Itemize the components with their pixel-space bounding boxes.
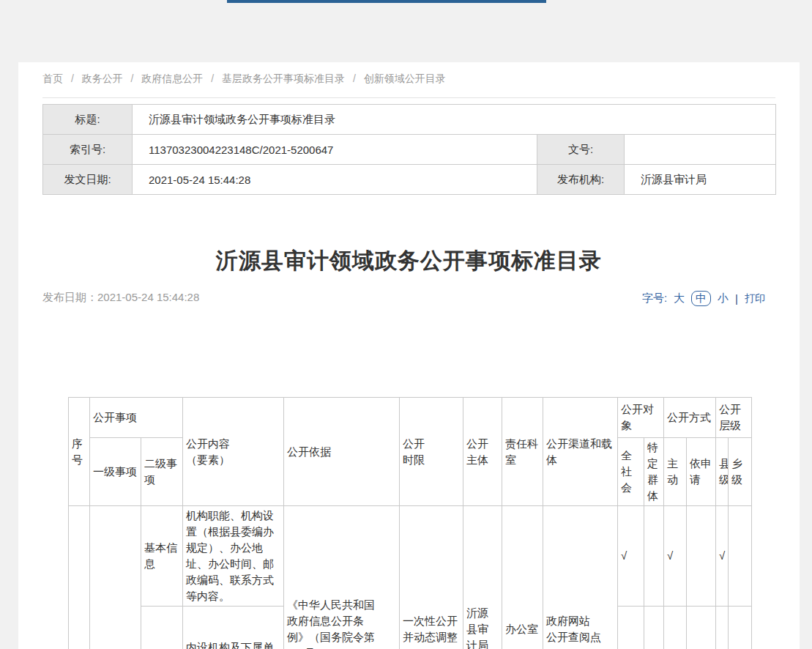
top-nav-highlight-bar	[227, 0, 546, 3]
table-row: 发文日期: 2021-05-24 15:44:28 发布机构: 沂源县审计局	[43, 165, 776, 195]
header-gongkai-shixiang: 公开事项	[90, 398, 183, 438]
meta-title-value: 沂源县审计领域政务公开事项标准目录	[133, 105, 776, 135]
header-erji: 二级事项	[141, 438, 183, 506]
header-yiju: 公开依据	[284, 398, 400, 506]
header-qudao: 公开渠道和载体	[543, 398, 618, 506]
breadcrumb-separator: /	[131, 73, 134, 84]
breadcrumb-biaozhun[interactable]: 基层政务公开事项标准目录	[222, 73, 345, 84]
header-keshi: 责任科室	[502, 398, 543, 506]
cell-neirong: 内设机构及下属单位设置、职能、办公地址、办公时间、联系方式、负责人姓名等内容	[183, 607, 284, 649]
header-fangshi: 公开方式	[664, 398, 716, 438]
print-button[interactable]: 打印	[745, 292, 765, 305]
cell-check-xianji: √	[716, 607, 729, 649]
font-size-controls: 字号: 大 中 小 | 打印	[642, 291, 765, 306]
header-quanshehui: 全社会	[618, 438, 644, 506]
publish-row: 发布日期：2021-05-24 15:44:28 字号: 大 中 小 | 打印	[42, 291, 765, 308]
meta-index-value: 11370323004223148C/2021-5200647	[133, 135, 537, 165]
header-cengji: 公开层级	[716, 398, 752, 438]
meta-agency-value: 沂源县审计局	[625, 165, 776, 195]
cell-yiji	[90, 506, 141, 649]
breadcrumb-chuangxin[interactable]: 创新领域公开目录	[364, 73, 446, 84]
meta-date-label: 发文日期:	[43, 165, 133, 195]
cell-neirong: 机构职能、机构设置（根据县委编办规定）、办公地址、办公时间、邮政编码、联系方式等…	[183, 506, 284, 607]
cell-check-xiangji	[729, 506, 752, 607]
divider: |	[735, 292, 738, 305]
header-shixian: 公开 时限	[400, 398, 463, 506]
table-row: 索引号: 11370323004223148C/2021-5200647 文号:	[43, 135, 776, 165]
font-size-large-button[interactable]: 大	[674, 292, 685, 305]
cell-qudao: 政府网站 公开查阅点	[543, 506, 618, 649]
publish-date-label: 发布日期：	[42, 291, 97, 303]
meta-docnum-label: 文号:	[537, 135, 625, 165]
breadcrumb-separator: /	[71, 73, 74, 84]
meta-docnum-value	[625, 135, 776, 165]
header-neirong: 公开内容 （要素）	[183, 398, 284, 506]
header-duixiang: 公开对象	[618, 398, 664, 438]
table-row: 基本信息 机构职能、机构设置（根据县委编办规定）、办公地址、办公时间、邮政编码、…	[69, 506, 752, 607]
header-yishenqing: 依申请	[687, 438, 716, 506]
publish-date: 发布日期：2021-05-24 15:44:28	[42, 291, 199, 305]
cell-check-zhudong: √	[664, 506, 687, 607]
header-zhudong: 主动	[664, 438, 687, 506]
breadcrumb-separator: /	[353, 73, 356, 84]
meta-title-label: 标题:	[43, 105, 133, 135]
meta-date-value: 2021-05-24 15:44:28	[133, 165, 537, 195]
cell-erji: 基本信息	[141, 506, 183, 607]
cell-xuhao	[69, 506, 90, 649]
breadcrumb-xinxi[interactable]: 政府信息公开	[141, 73, 203, 84]
page: 首页 / 政务公开 / 政府信息公开 / 基层政务公开事项标准目录 / 创新领域…	[0, 0, 812, 649]
cell-check-teding	[644, 506, 664, 607]
catalog-table: 序号 公开事项 公开内容 （要素） 公开依据 公开 时限 公开 主体 责任科室 …	[68, 397, 752, 649]
cell-yiju: 《中华人民共和国 政府信息公开条 例》（国务院令第 711号）	[284, 506, 400, 649]
breadcrumb-zhengwu[interactable]: 政务公开	[82, 73, 123, 84]
header-xianji: 县级	[716, 438, 729, 506]
cell-shixian: 一次性公开并动态调整	[400, 506, 463, 649]
breadcrumb: 首页 / 政务公开 / 政府信息公开 / 基层政务公开事项标准目录 / 创新领域…	[42, 73, 775, 98]
document-meta-table: 标题: 沂源县审计领域政务公开事项标准目录 索引号: 1137032300422…	[42, 104, 776, 195]
header-teding: 特定群体	[644, 438, 664, 506]
font-size-small-button[interactable]: 小	[718, 292, 729, 305]
cell-check-xiangji	[729, 607, 752, 649]
table-header-row: 序号 公开事项 公开内容 （要素） 公开依据 公开 时限 公开 主体 责任科室 …	[69, 398, 752, 438]
breadcrumb-separator: /	[211, 73, 214, 84]
page-title: 沂源县审计领域政务公开事项标准目录	[18, 246, 800, 276]
cell-erji: 内设机构及下属事业单位	[141, 607, 183, 649]
cell-check-quanshehui: √	[618, 506, 644, 607]
publish-date-value: 2021-05-24 15:44:28	[97, 291, 199, 303]
cell-check-quanshehui: √	[618, 607, 644, 649]
header-xiangji: 乡级	[729, 438, 752, 506]
header-zhuti: 公开 主体	[463, 398, 502, 506]
meta-index-label: 索引号:	[43, 135, 133, 165]
font-size-label: 字号:	[642, 292, 667, 305]
cell-keshi: 办公室	[502, 506, 543, 649]
breadcrumb-home[interactable]: 首页	[42, 73, 63, 84]
table-row: 标题: 沂源县审计领域政务公开事项标准目录	[43, 105, 776, 135]
cell-check-zhudong: √	[664, 607, 687, 649]
font-size-medium-button[interactable]: 中	[691, 291, 711, 306]
cell-check-xianji: √	[716, 506, 729, 607]
cell-zhuti: 沂源县审计局	[463, 506, 502, 649]
header-yiji: 一级事项	[90, 438, 141, 506]
cell-check-yishenqing	[687, 607, 716, 649]
header-xuhao: 序号	[69, 398, 90, 506]
cell-check-teding	[644, 607, 664, 649]
meta-agency-label: 发布机构:	[537, 165, 625, 195]
cell-check-yishenqing	[687, 506, 716, 607]
content-panel: 首页 / 政务公开 / 政府信息公开 / 基层政务公开事项标准目录 / 创新领域…	[18, 62, 800, 649]
